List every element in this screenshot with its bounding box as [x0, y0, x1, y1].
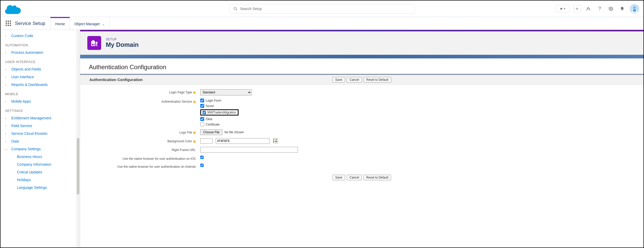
- notification-icon[interactable]: [618, 5, 626, 13]
- sidebar-item-label: Data: [11, 139, 19, 143]
- auth-service-checkbox[interactable]: [200, 99, 204, 102]
- sidebar-item-label: Custom Code: [11, 34, 33, 38]
- global-search[interactable]: [230, 4, 414, 14]
- content-pane: SETUP My Domain Authentication Configura…: [80, 30, 643, 247]
- salesforce-logo: [5, 3, 23, 15]
- help-icon[interactable]: ?: [596, 5, 603, 13]
- native-browser-android-label: Use the native browser for user authenti…: [87, 164, 200, 169]
- sidebar-item[interactable]: ›Mobile Apps: [1, 98, 80, 105]
- page-header: SETUP My Domain: [80, 31, 643, 55]
- chevron-icon: ›: [5, 140, 9, 143]
- gear-icon[interactable]: [607, 5, 615, 13]
- save-button[interactable]: Save: [333, 77, 345, 83]
- sidebar-item-label: Objects and Fields: [11, 67, 41, 71]
- auth-service-label: Azure: [206, 104, 214, 108]
- sidebar-item[interactable]: ›Data: [1, 137, 80, 145]
- sidebar-item[interactable]: Language Settings: [1, 184, 80, 191]
- sidebar-item[interactable]: ›User Interface: [1, 73, 80, 81]
- sidebar-item[interactable]: Company Information: [1, 161, 80, 168]
- reset-to-default-button[interactable]: Reset to Default: [363, 77, 391, 83]
- auth-service-checkbox[interactable]: [200, 104, 204, 108]
- background-color-swatch[interactable]: [200, 138, 213, 144]
- sidebar-item[interactable]: ›Process Automation: [1, 49, 80, 56]
- native-browser-ios-label: Use the native browser for user authenti…: [87, 156, 200, 161]
- chevron-icon: ›: [5, 83, 9, 86]
- tab-object-manager-label: Object Manager: [74, 22, 100, 26]
- sidebar-item[interactable]: Holidays: [1, 176, 80, 184]
- favorites-button[interactable]: ★▼: [556, 5, 570, 13]
- sidebar-item[interactable]: Critical Updates: [1, 168, 80, 176]
- context-bar: Service Setup Home Object Manager ⌄: [1, 17, 643, 30]
- avatar[interactable]: [630, 4, 639, 14]
- svg-line-1: [236, 9, 237, 10]
- sidebar-item-label: Company Settings: [11, 147, 41, 151]
- sidebar-item[interactable]: Business Hours: [1, 153, 80, 161]
- sidebar-item[interactable]: ⌄Company Settings: [1, 145, 80, 153]
- sidebar-item-label: Reports & Dashboards: [11, 83, 48, 87]
- sidebar-item[interactable]: ›Reports & Dashboards: [1, 81, 80, 88]
- svg-point-7: [633, 6, 636, 9]
- auth-service-checkbox[interactable]: [203, 111, 206, 114]
- tab-home[interactable]: Home: [50, 17, 70, 30]
- native-browser-ios-checkbox[interactable]: [200, 156, 204, 159]
- auth-service-option: MWTradersMigration: [200, 109, 239, 116]
- chevron-down-icon: ⌄: [102, 22, 105, 26]
- app-launcher-icon[interactable]: [4, 17, 13, 30]
- tab-home-label: Home: [55, 22, 65, 26]
- reset-to-default-button[interactable]: Reset to Default: [363, 175, 391, 180]
- svg-rect-8: [633, 9, 636, 11]
- sidebar-item-label: Business Hours: [17, 155, 42, 159]
- login-page-type-label: Login Page Type: [87, 89, 200, 94]
- sidebar-item-label: Language Settings: [17, 185, 47, 190]
- sidebar-item-label: Field Service: [11, 124, 32, 128]
- cancel-button[interactable]: Cancel: [347, 175, 362, 180]
- background-color-input[interactable]: [216, 138, 270, 144]
- global-header: ★▼ ?: [1, 1, 643, 17]
- sidebar-section: AUTOMATION: [1, 40, 80, 49]
- sidebar-item[interactable]: ›Service Cloud Einstein: [1, 130, 80, 137]
- auth-service-checkbox[interactable]: [200, 117, 204, 121]
- sidebar-item[interactable]: ›Entitlement Management: [1, 114, 80, 122]
- auth-service-option: Okta: [200, 117, 239, 121]
- chevron-icon: ⌄: [5, 147, 9, 151]
- search-input[interactable]: [240, 7, 411, 11]
- color-picker-icon[interactable]: [273, 139, 278, 143]
- right-frame-url-label: Right Frame URL: [87, 147, 200, 152]
- native-browser-android-checkbox[interactable]: [200, 164, 204, 167]
- sidebar-item[interactable]: ›Custom Code: [1, 32, 80, 40]
- sidebar-section: SETTINGS: [1, 105, 80, 114]
- save-button[interactable]: Save: [333, 175, 345, 180]
- sidebar-item-label: Company Information: [17, 162, 51, 166]
- global-add-button[interactable]: [573, 5, 581, 13]
- auth-service-label: MWTradersMigration: [207, 111, 236, 114]
- auth-service-label: Login Form: [206, 99, 221, 102]
- sidebar-scrollbar-thumb[interactable]: [77, 138, 79, 194]
- chevron-icon: ›: [5, 117, 9, 120]
- einstein-icon[interactable]: [584, 5, 592, 13]
- sidebar-section: USER INTERFACE: [1, 56, 80, 65]
- sidebar-item-label: Service Cloud Einstein: [11, 131, 48, 136]
- cancel-button[interactable]: Cancel: [347, 77, 362, 83]
- tab-object-manager[interactable]: Object Manager ⌄: [70, 17, 110, 30]
- auth-service-option: Certificate: [200, 122, 239, 126]
- sidebar-item-label: Mobile Apps: [11, 99, 31, 103]
- sidebar-item[interactable]: ›Field Service: [1, 122, 80, 130]
- header-actions: ★▼ ?: [556, 4, 639, 14]
- sidebar-item-label: Critical Updates: [17, 170, 42, 174]
- chevron-icon: ›: [5, 34, 9, 37]
- right-frame-url-input[interactable]: [200, 147, 298, 153]
- background-color-label: Background Color: [87, 138, 200, 143]
- sidebar-item-label: User Interface: [11, 75, 34, 79]
- panel-header-title: Authentication Configuration: [89, 77, 143, 82]
- search-icon: [233, 7, 238, 11]
- no-file-chosen-text: No file chosen: [224, 130, 244, 134]
- sidebar-item[interactable]: ›Objects and Fields: [1, 65, 80, 73]
- login-page-type-select[interactable]: Standard: [200, 89, 252, 95]
- sidebar-item-label: Entitlement Management: [11, 116, 51, 120]
- page-title: My Domain: [106, 41, 139, 48]
- auth-service-checkbox[interactable]: [200, 122, 204, 126]
- logo-file-label: Logo File: [87, 129, 200, 134]
- page-eyebrow: SETUP: [106, 38, 139, 41]
- auth-service-label: Certificate: [206, 123, 220, 126]
- choose-file-button[interactable]: Choose File: [200, 129, 222, 135]
